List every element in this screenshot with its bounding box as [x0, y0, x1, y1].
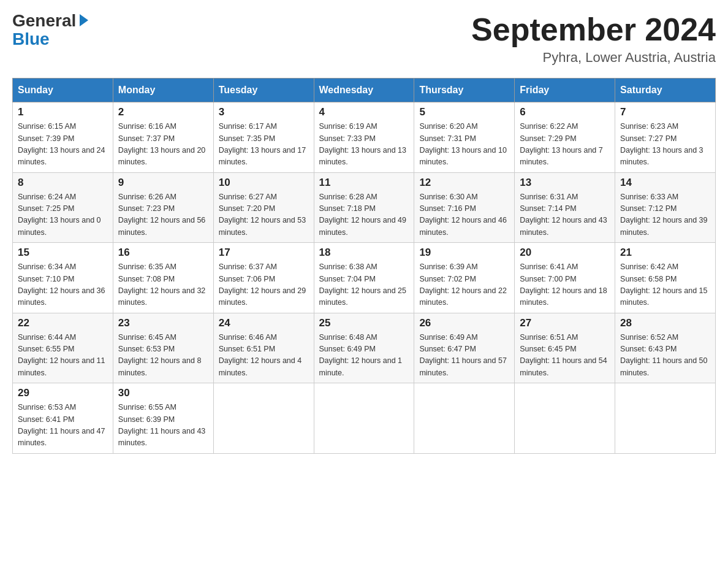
- calendar-week-row: 15Sunrise: 6:34 AMSunset: 7:10 PMDayligh…: [13, 243, 716, 313]
- weekday-header-sunday: Sunday: [13, 79, 113, 102]
- day-number: 3: [219, 106, 309, 118]
- day-info: Sunrise: 6:34 AMSunset: 7:10 PMDaylight:…: [18, 261, 108, 309]
- day-number: 15: [18, 247, 108, 259]
- day-info: Sunrise: 6:27 AMSunset: 7:20 PMDaylight:…: [219, 191, 309, 239]
- day-info: Sunrise: 6:28 AMSunset: 7:18 PMDaylight:…: [319, 191, 409, 239]
- day-number: 11: [319, 177, 409, 189]
- day-number: 14: [620, 177, 710, 189]
- day-number: 24: [219, 317, 309, 329]
- calendar-cell: [414, 383, 515, 454]
- day-number: 8: [18, 177, 108, 189]
- day-number: 9: [118, 177, 208, 189]
- logo-triangle-icon: [80, 14, 88, 26]
- day-number: 6: [520, 106, 610, 118]
- title-block: September 2024 Pyhra, Lower Austria, Aus…: [471, 12, 716, 66]
- day-number: 25: [319, 317, 409, 329]
- location-text: Pyhra, Lower Austria, Austria: [471, 50, 716, 66]
- calendar-cell: [615, 383, 716, 454]
- calendar-cell: 5Sunrise: 6:20 AMSunset: 7:31 PMDaylight…: [414, 102, 515, 173]
- weekday-header-thursday: Thursday: [414, 79, 515, 102]
- day-number: 20: [520, 247, 610, 259]
- day-info: Sunrise: 6:39 AMSunset: 7:02 PMDaylight:…: [419, 261, 509, 309]
- weekday-header-wednesday: Wednesday: [314, 79, 414, 102]
- day-info: Sunrise: 6:55 AMSunset: 6:39 PMDaylight:…: [118, 402, 208, 450]
- calendar-cell: 20Sunrise: 6:41 AMSunset: 7:00 PMDayligh…: [515, 243, 615, 313]
- day-info: Sunrise: 6:53 AMSunset: 6:41 PMDaylight:…: [18, 402, 108, 450]
- calendar-cell: 24Sunrise: 6:46 AMSunset: 6:51 PMDayligh…: [213, 313, 314, 383]
- weekday-header-saturday: Saturday: [615, 79, 716, 102]
- calendar-cell: 9Sunrise: 6:26 AMSunset: 7:23 PMDaylight…: [113, 172, 213, 243]
- calendar-cell: 10Sunrise: 6:27 AMSunset: 7:20 PMDayligh…: [213, 172, 314, 243]
- calendar-cell: 1Sunrise: 6:15 AMSunset: 7:39 PMDaylight…: [13, 102, 113, 173]
- logo-general-text: General: [12, 12, 76, 29]
- day-number: 26: [419, 317, 509, 329]
- day-number: 16: [118, 247, 208, 259]
- calendar-week-row: 1Sunrise: 6:15 AMSunset: 7:39 PMDaylight…: [13, 102, 716, 173]
- logo-blue-text: Blue: [12, 29, 50, 49]
- day-info: Sunrise: 6:41 AMSunset: 7:00 PMDaylight:…: [520, 261, 610, 309]
- calendar-cell: 21Sunrise: 6:42 AMSunset: 6:58 PMDayligh…: [615, 243, 716, 313]
- page-header: General Blue September 2024 Pyhra, Lower…: [12, 12, 716, 66]
- day-number: 7: [620, 106, 710, 118]
- day-number: 21: [620, 247, 710, 259]
- calendar-cell: 7Sunrise: 6:23 AMSunset: 7:27 PMDaylight…: [615, 102, 716, 173]
- day-info: Sunrise: 6:33 AMSunset: 7:12 PMDaylight:…: [620, 191, 710, 239]
- day-info: Sunrise: 6:20 AMSunset: 7:31 PMDaylight:…: [419, 121, 509, 169]
- calendar-cell: 6Sunrise: 6:22 AMSunset: 7:29 PMDaylight…: [515, 102, 615, 173]
- calendar-cell: 15Sunrise: 6:34 AMSunset: 7:10 PMDayligh…: [13, 243, 113, 313]
- calendar-cell: 19Sunrise: 6:39 AMSunset: 7:02 PMDayligh…: [414, 243, 515, 313]
- day-number: 30: [118, 387, 208, 399]
- day-info: Sunrise: 6:24 AMSunset: 7:25 PMDaylight:…: [18, 191, 108, 239]
- calendar-cell: 25Sunrise: 6:48 AMSunset: 6:49 PMDayligh…: [314, 313, 414, 383]
- day-number: 27: [520, 317, 610, 329]
- day-number: 17: [219, 247, 309, 259]
- weekday-header-row: SundayMondayTuesdayWednesdayThursdayFrid…: [13, 79, 716, 102]
- day-info: Sunrise: 6:26 AMSunset: 7:23 PMDaylight:…: [118, 191, 208, 239]
- calendar-cell: 17Sunrise: 6:37 AMSunset: 7:06 PMDayligh…: [213, 243, 314, 313]
- day-info: Sunrise: 6:48 AMSunset: 6:49 PMDaylight:…: [319, 332, 409, 380]
- day-info: Sunrise: 6:23 AMSunset: 7:27 PMDaylight:…: [620, 121, 710, 169]
- month-title: September 2024: [471, 12, 716, 47]
- calendar-cell: 29Sunrise: 6:53 AMSunset: 6:41 PMDayligh…: [13, 383, 113, 454]
- day-number: 22: [18, 317, 108, 329]
- day-info: Sunrise: 6:16 AMSunset: 7:37 PMDaylight:…: [118, 121, 208, 169]
- calendar-cell: 3Sunrise: 6:17 AMSunset: 7:35 PMDaylight…: [213, 102, 314, 173]
- calendar-cell: 8Sunrise: 6:24 AMSunset: 7:25 PMDaylight…: [13, 172, 113, 243]
- day-info: Sunrise: 6:51 AMSunset: 6:45 PMDaylight:…: [520, 332, 610, 380]
- calendar-cell: [213, 383, 314, 454]
- day-info: Sunrise: 6:49 AMSunset: 6:47 PMDaylight:…: [419, 332, 509, 380]
- calendar-week-row: 22Sunrise: 6:44 AMSunset: 6:55 PMDayligh…: [13, 313, 716, 383]
- calendar-cell: 28Sunrise: 6:52 AMSunset: 6:43 PMDayligh…: [615, 313, 716, 383]
- calendar-cell: 30Sunrise: 6:55 AMSunset: 6:39 PMDayligh…: [113, 383, 213, 454]
- weekday-header-monday: Monday: [113, 79, 213, 102]
- day-info: Sunrise: 6:35 AMSunset: 7:08 PMDaylight:…: [118, 261, 208, 309]
- day-number: 5: [419, 106, 509, 118]
- day-number: 4: [319, 106, 409, 118]
- calendar-cell: 12Sunrise: 6:30 AMSunset: 7:16 PMDayligh…: [414, 172, 515, 243]
- day-info: Sunrise: 6:46 AMSunset: 6:51 PMDaylight:…: [219, 332, 309, 380]
- day-info: Sunrise: 6:22 AMSunset: 7:29 PMDaylight:…: [520, 121, 610, 169]
- calendar-cell: 18Sunrise: 6:38 AMSunset: 7:04 PMDayligh…: [314, 243, 414, 313]
- day-info: Sunrise: 6:37 AMSunset: 7:06 PMDaylight:…: [219, 261, 309, 309]
- day-number: 1: [18, 106, 108, 118]
- day-info: Sunrise: 6:45 AMSunset: 6:53 PMDaylight:…: [118, 332, 208, 380]
- day-info: Sunrise: 6:38 AMSunset: 7:04 PMDaylight:…: [319, 261, 409, 309]
- calendar-cell: 14Sunrise: 6:33 AMSunset: 7:12 PMDayligh…: [615, 172, 716, 243]
- calendar-cell: 23Sunrise: 6:45 AMSunset: 6:53 PMDayligh…: [113, 313, 213, 383]
- day-number: 10: [219, 177, 309, 189]
- day-number: 23: [118, 317, 208, 329]
- calendar-week-row: 8Sunrise: 6:24 AMSunset: 7:25 PMDaylight…: [13, 172, 716, 243]
- day-number: 13: [520, 177, 610, 189]
- weekday-header-friday: Friday: [515, 79, 615, 102]
- calendar-week-row: 29Sunrise: 6:53 AMSunset: 6:41 PMDayligh…: [13, 383, 716, 454]
- calendar-cell: 2Sunrise: 6:16 AMSunset: 7:37 PMDaylight…: [113, 102, 213, 173]
- calendar-cell: 27Sunrise: 6:51 AMSunset: 6:45 PMDayligh…: [515, 313, 615, 383]
- day-info: Sunrise: 6:42 AMSunset: 6:58 PMDaylight:…: [620, 261, 710, 309]
- day-number: 29: [18, 387, 108, 399]
- day-number: 12: [419, 177, 509, 189]
- day-info: Sunrise: 6:30 AMSunset: 7:16 PMDaylight:…: [419, 191, 509, 239]
- calendar-table: SundayMondayTuesdayWednesdayThursdayFrid…: [12, 78, 716, 454]
- day-info: Sunrise: 6:15 AMSunset: 7:39 PMDaylight:…: [18, 121, 108, 169]
- day-info: Sunrise: 6:52 AMSunset: 6:43 PMDaylight:…: [620, 332, 710, 380]
- calendar-cell: 26Sunrise: 6:49 AMSunset: 6:47 PMDayligh…: [414, 313, 515, 383]
